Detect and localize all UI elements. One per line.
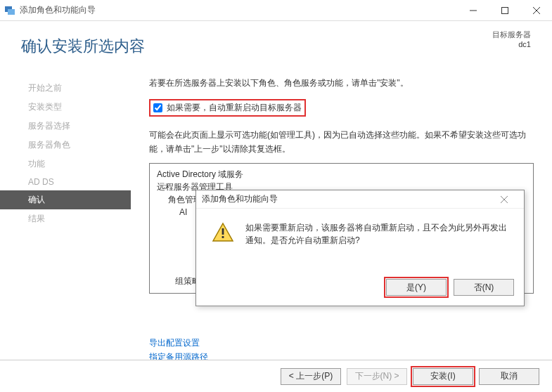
warning-icon bbox=[212, 221, 234, 244]
cancel-button[interactable]: 取消 bbox=[479, 368, 539, 385]
sidebar-item-features[interactable]: 功能 bbox=[0, 155, 131, 174]
export-config-link[interactable]: 导出配置设置 bbox=[149, 336, 534, 350]
intro-text: 若要在所选服务器上安装以下角色、角色服务或功能，请单击"安装"。 bbox=[149, 77, 534, 89]
svg-rect-3 bbox=[501, 8, 508, 14]
maximize-button[interactable] bbox=[489, 0, 520, 21]
install-button[interactable]: 安装(I) bbox=[413, 368, 473, 385]
window-title: 添加角色和功能向导 bbox=[20, 4, 457, 16]
next-button: 下一步(N) > bbox=[347, 368, 407, 385]
destination-server-value: dc1 bbox=[492, 39, 531, 49]
sidebar-item-server-roles[interactable]: 服务器角色 bbox=[0, 136, 131, 155]
sidebar-item-confirmation[interactable]: 确认 bbox=[0, 190, 131, 209]
wizard-footer: < 上一步(P) 下一步(N) > 安装(I) 取消 bbox=[0, 360, 552, 392]
auto-restart-row: 如果需要，自动重新启动目标服务器 bbox=[149, 99, 306, 117]
dialog-title: 添加角色和功能向导 bbox=[202, 193, 278, 205]
previous-button[interactable]: < 上一步(P) bbox=[281, 368, 341, 385]
header: 确认安装所选内容 目标服务器 dc1 bbox=[0, 21, 552, 72]
auto-restart-checkbox[interactable] bbox=[153, 103, 162, 112]
sidebar-item-results[interactable]: 结果 bbox=[0, 209, 131, 228]
sidebar-item-server-selection[interactable]: 服务器选择 bbox=[0, 117, 131, 136]
dialog-titlebar: 添加角色和功能向导 bbox=[196, 190, 524, 209]
page-title: 确认安装所选内容 bbox=[21, 36, 145, 57]
restart-confirm-dialog: 添加角色和功能向导 如果需要重新启动，该服务器将自动重新启动，且不会为此另外再发… bbox=[195, 190, 525, 306]
svg-rect-1 bbox=[8, 9, 15, 15]
dialog-yes-button[interactable]: 是(Y) bbox=[386, 279, 447, 296]
dialog-close-button[interactable] bbox=[490, 191, 518, 208]
list-item: Active Directory 域服务 bbox=[157, 168, 526, 181]
wizard-icon bbox=[4, 5, 15, 16]
dialog-message: 如果需要重新启动，该服务器将自动重新启动，且不会为此另外再发出通知。是否允许自动… bbox=[245, 221, 508, 272]
auto-restart-label: 如果需要，自动重新启动目标服务器 bbox=[167, 102, 302, 114]
minimize-button[interactable] bbox=[457, 0, 489, 21]
svg-rect-9 bbox=[222, 228, 224, 235]
close-button[interactable] bbox=[520, 0, 552, 21]
sidebar-item-installation-type[interactable]: 安装类型 bbox=[0, 98, 131, 117]
destination-server-label: 目标服务器 bbox=[492, 30, 531, 39]
destination-server-info: 目标服务器 dc1 bbox=[492, 30, 531, 49]
dialog-no-button[interactable]: 否(N) bbox=[454, 279, 514, 296]
svg-rect-10 bbox=[222, 236, 224, 238]
titlebar: 添加角色和功能向导 bbox=[0, 0, 552, 21]
sidebar-item-before-you-begin[interactable]: 开始之前 bbox=[0, 79, 131, 98]
wizard-step-sidebar: 开始之前 安装类型 服务器选择 服务器角色 功能 AD DS 确认 结果 bbox=[0, 72, 131, 360]
optional-features-note: 可能会在此页面上显示可选功能(如管理工具)，因为已自动选择这些功能。如果不希望安… bbox=[149, 128, 534, 156]
sidebar-item-ad-ds[interactable]: AD DS bbox=[0, 174, 131, 190]
